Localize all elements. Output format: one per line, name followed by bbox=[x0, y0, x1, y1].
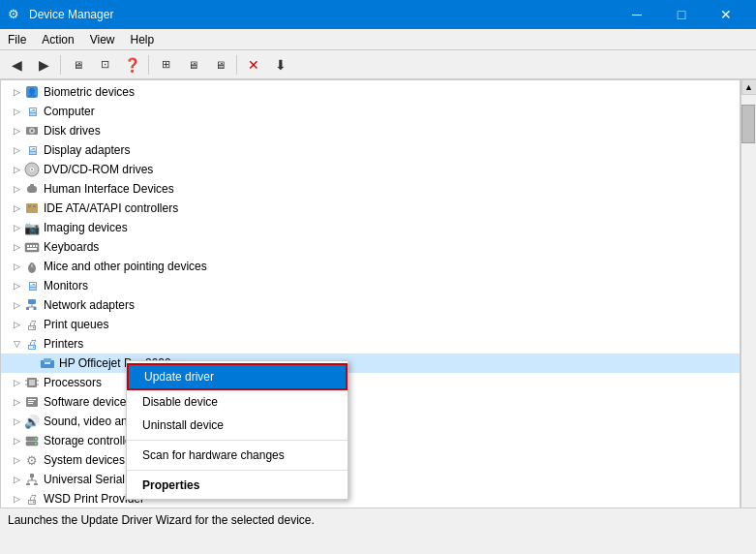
expander-display[interactable]: ▷ bbox=[9, 142, 24, 158]
label-hid: Human Interface Devices bbox=[44, 182, 174, 196]
expander-printers[interactable]: ▽ bbox=[9, 336, 24, 352]
tree-item-software[interactable]: ▷ Software devices bbox=[1, 392, 740, 412]
expander-monitors[interactable]: ▷ bbox=[9, 278, 24, 293]
minimize-button[interactable]: ─ bbox=[615, 0, 659, 29]
svg-rect-49 bbox=[26, 483, 30, 485]
tree-item-network[interactable]: ▷ Network adapters bbox=[1, 295, 740, 315]
expander-hp bbox=[24, 355, 40, 371]
close-button[interactable]: ✕ bbox=[704, 0, 748, 29]
tree-item-printers[interactable]: ▽ 🖨 Printers bbox=[1, 334, 740, 354]
expander-dvd[interactable]: ▷ bbox=[9, 162, 24, 177]
toolbar-uninstall[interactable]: ✕ bbox=[241, 53, 266, 77]
context-menu-properties[interactable]: Properties bbox=[127, 474, 348, 497]
svg-rect-11 bbox=[28, 205, 31, 207]
context-menu-scan[interactable]: Scan for hardware changes bbox=[127, 444, 348, 467]
menu-action[interactable]: Action bbox=[34, 31, 81, 48]
expander-imaging[interactable]: ▷ bbox=[9, 220, 24, 235]
tree-item-display[interactable]: ▷ 🖥 Display adapters bbox=[1, 140, 740, 160]
tree-item-usb[interactable]: ▷ Universal Serial Bus cor... bbox=[1, 470, 740, 489]
expander-hid[interactable]: ▷ bbox=[9, 181, 24, 197]
expander-disk[interactable]: ▷ bbox=[9, 123, 24, 138]
label-computer: Computer bbox=[44, 105, 95, 118]
tree-item-wsd[interactable]: ▷ 🖨 WSD Print Provider bbox=[1, 489, 740, 508]
expander-keyboards[interactable]: ▷ bbox=[9, 239, 24, 255]
svg-rect-12 bbox=[33, 205, 36, 207]
expander-ide[interactable]: ▷ bbox=[9, 200, 24, 216]
tree-item-storage[interactable]: ▷ Storage controllers bbox=[1, 431, 740, 450]
svg-point-4 bbox=[31, 130, 33, 132]
toolbar-add-hardware[interactable]: ⬇ bbox=[268, 53, 293, 77]
toolbar-properties[interactable]: 🖥 bbox=[65, 53, 90, 77]
expander-wsd[interactable]: ▷ bbox=[9, 491, 24, 507]
scroll-up-btn[interactable]: ▲ bbox=[741, 79, 757, 95]
svg-rect-50 bbox=[34, 483, 38, 485]
expander-software[interactable]: ▷ bbox=[9, 394, 24, 410]
expander-biometric[interactable]: ▷ bbox=[9, 84, 24, 100]
label-system: System devices bbox=[44, 453, 125, 467]
expander-system[interactable]: ▷ bbox=[9, 452, 24, 468]
tree-item-biometric[interactable]: ▷ 👤 Biometric devices bbox=[1, 82, 740, 102]
icon-mouse bbox=[24, 259, 40, 274]
tree-item-ide[interactable]: ▷ IDE ATA/ATAPI controllers bbox=[1, 199, 740, 218]
scroll-track[interactable] bbox=[741, 95, 756, 515]
toolbar-display-by-type[interactable]: 🖥 bbox=[180, 53, 205, 77]
context-menu-sep-2 bbox=[127, 470, 348, 471]
toolbar-separator-1 bbox=[60, 55, 61, 75]
context-menu-update-driver[interactable]: Update driver bbox=[127, 363, 348, 390]
toolbar-forward[interactable]: ▶ bbox=[31, 53, 56, 77]
icon-hp-officejet bbox=[40, 355, 55, 371]
tree-item-keyboards[interactable]: ▷ Keyboards bbox=[1, 237, 740, 257]
menu-view[interactable]: View bbox=[82, 31, 123, 48]
tree-item-monitors[interactable]: ▷ 🖥 Monitors bbox=[1, 276, 740, 295]
svg-rect-14 bbox=[27, 245, 29, 247]
context-menu-uninstall[interactable]: Uninstall device bbox=[127, 414, 348, 437]
svg-rect-15 bbox=[30, 245, 32, 247]
menu-help[interactable]: Help bbox=[123, 31, 163, 48]
tree-item-imaging[interactable]: ▷ 📷 Imaging devices bbox=[1, 218, 740, 237]
tree-item-sound[interactable]: ▷ 🔊 Sound, video and game... bbox=[1, 412, 740, 431]
tree-item-system[interactable]: ▷ ⚙ System devices bbox=[1, 450, 740, 470]
tree-item-hp-officejet[interactable]: HP Officejet Pro 8620 bbox=[1, 354, 740, 373]
svg-rect-10 bbox=[26, 203, 38, 213]
svg-text:👤: 👤 bbox=[27, 87, 37, 97]
scroll-thumb[interactable] bbox=[741, 105, 755, 143]
tree-item-disk[interactable]: ▷ Disk drives bbox=[1, 121, 740, 140]
app-icon: ⚙ bbox=[8, 7, 23, 22]
icon-display: 🖥 bbox=[24, 142, 40, 158]
toolbar-update-driver[interactable]: ⊡ bbox=[92, 53, 117, 77]
expander-print-queues[interactable]: ▷ bbox=[9, 317, 24, 332]
icon-ide bbox=[24, 200, 40, 216]
expander-mice[interactable]: ▷ bbox=[9, 259, 24, 274]
icon-biometric: 👤 bbox=[24, 84, 40, 100]
tree-item-dvd[interactable]: ▷ DVD/CD-ROM drives bbox=[1, 160, 740, 179]
tree-item-print-queues[interactable]: ▷ 🖨 Print queues bbox=[1, 315, 740, 334]
toolbar-back[interactable]: ◀ bbox=[4, 53, 29, 77]
title-bar-controls: ─ □ ✕ bbox=[615, 0, 748, 29]
expander-storage[interactable]: ▷ bbox=[9, 433, 24, 448]
label-keyboards: Keyboards bbox=[44, 240, 99, 254]
toolbar-scan[interactable]: ⊞ bbox=[153, 53, 178, 77]
tree-item-computer[interactable]: ▷ 🖥 Computer bbox=[1, 102, 740, 121]
svg-rect-28 bbox=[44, 358, 51, 362]
tree-item-mice[interactable]: ▷ Mice and other pointing devices bbox=[1, 257, 740, 276]
expander-usb[interactable]: ▷ bbox=[9, 472, 24, 487]
svg-rect-9 bbox=[30, 184, 34, 188]
context-menu-disable[interactable]: Disable device bbox=[127, 390, 348, 414]
expander-computer[interactable]: ▷ bbox=[9, 104, 24, 119]
context-menu: Update driver Disable device Uninstall d… bbox=[126, 360, 348, 500]
tree-item-hid[interactable]: ▷ Human Interface Devices bbox=[1, 179, 740, 199]
expander-processors[interactable]: ▷ bbox=[9, 375, 24, 390]
expander-sound[interactable]: ▷ bbox=[9, 414, 24, 429]
scrollbar[interactable]: ▲ ▼ bbox=[741, 79, 756, 531]
expander-network[interactable]: ▷ bbox=[9, 297, 24, 313]
main-content: ▷ 👤 Biometric devices ▷ 🖥 Computer ▷ Dis… bbox=[0, 79, 756, 531]
toolbar-display-by-connection[interactable]: 🖥 bbox=[207, 53, 232, 77]
device-tree[interactable]: ▷ 👤 Biometric devices ▷ 🖥 Computer ▷ Dis… bbox=[0, 79, 741, 531]
label-biometric: Biometric devices bbox=[44, 85, 135, 99]
icon-hid bbox=[24, 181, 40, 197]
tree-item-processors[interactable]: ▷ Processors bbox=[1, 373, 740, 392]
menu-file[interactable]: File bbox=[0, 31, 34, 48]
label-print-queues: Print queues bbox=[44, 318, 108, 331]
maximize-button[interactable]: □ bbox=[659, 0, 704, 29]
toolbar-help[interactable]: ❓ bbox=[119, 53, 144, 77]
